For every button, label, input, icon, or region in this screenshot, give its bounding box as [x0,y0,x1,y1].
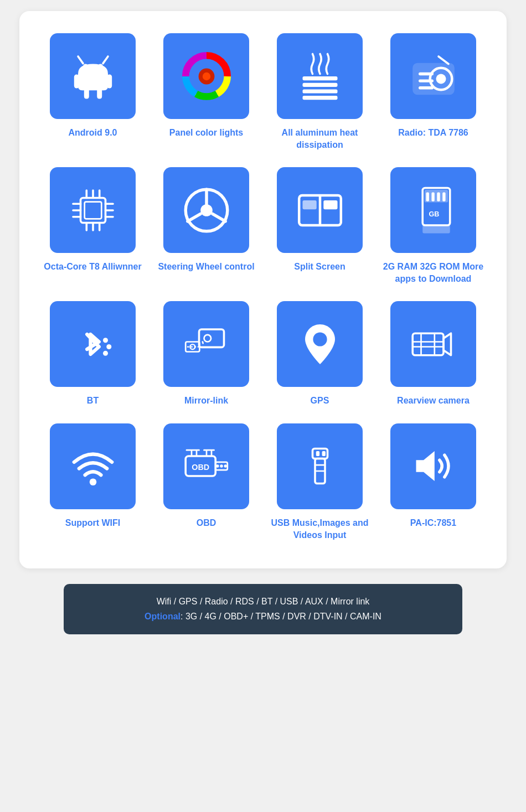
feature-label-mirror-link: Mirror-link [184,395,228,407]
icon-box-heat [277,33,363,119]
icon-box-bt [50,301,136,387]
svg-marker-65 [444,333,451,355]
feature-item-mirror-link: Mirror-link [155,301,257,407]
svg-rect-21 [84,201,101,219]
bottom-line2: Optional: 3G / 4G / OBD+ / TPMS / DVR / … [80,609,446,624]
svg-point-52 [106,344,111,349]
icon-box-rearview [390,301,476,387]
svg-point-35 [200,204,213,216]
feature-item-wifi: Support WIFI [42,423,144,541]
bottom-line1: Wifi / GPS / Radio / RDS / BT / USB / AU… [80,594,446,609]
svg-rect-48 [442,192,445,201]
feature-item-android: Android 9.0 [42,33,144,151]
main-card: Android 9.0 Panel color lights All alumi… [19,11,507,568]
svg-rect-10 [302,82,337,86]
icon-box-gps [277,301,363,387]
feature-item-split-screen: Split Screen [269,167,371,285]
svg-text:OBD: OBD [192,463,209,472]
svg-point-15 [436,74,446,84]
feature-label-bt: BT [87,395,99,407]
features-grid: Android 9.0 Panel color lights All alumi… [42,33,484,541]
feature-item-heat: All aluminum heat dissipation [269,33,371,151]
feature-label-obd: OBD [197,517,216,529]
svg-point-59 [313,332,327,346]
feature-label-steering: Steering Wheel control [158,261,254,273]
feature-label-rearview: Rearview camera [397,395,470,407]
feature-label-android: Android 9.0 [68,127,117,139]
icon-box-usb [277,423,363,509]
svg-point-53 [103,351,108,356]
optional-label: Optional [145,612,181,621]
feature-label-octa-core: Octa-Core T8 Alliwnner [44,261,141,273]
icon-box-pa-ic [390,423,476,509]
svg-rect-3 [107,74,112,88]
bottom-line2-text: : 3G / 4G / OBD+ / TPMS / DVR / DTV-IN /… [181,612,381,621]
feature-label-split-screen: Split Screen [294,261,345,273]
svg-point-70 [216,465,219,468]
svg-line-5 [103,56,108,64]
svg-rect-9 [302,76,337,80]
feature-item-gps: GPS [269,301,371,407]
icon-box-panel-color [163,33,249,119]
icon-box-android [50,33,136,119]
svg-rect-42 [323,200,337,209]
svg-rect-41 [302,200,316,209]
feature-label-heat: All aluminum heat dissipation [269,127,371,151]
svg-rect-12 [302,96,337,100]
feature-label-panel-color: Panel color lights [169,127,243,139]
svg-rect-16 [419,72,434,75]
icon-box-octa-core [50,167,136,253]
feature-item-pa-ic: PA-IC:7851 [382,423,484,541]
svg-rect-17 [419,79,434,82]
svg-rect-81 [322,451,325,456]
svg-rect-46 [431,192,434,201]
svg-line-38 [212,214,225,221]
svg-rect-60 [412,333,444,355]
svg-line-19 [439,56,448,64]
svg-rect-18 [419,86,434,89]
feature-item-obd: OBD OBD [155,423,257,541]
icon-box-mirror-link [163,301,249,387]
icon-box-obd: OBD [163,423,249,509]
svg-rect-47 [437,192,440,201]
feature-label-ram: 2G RAM 32G ROM More apps to Download [382,261,484,285]
icon-box-ram: GB [390,167,476,253]
feature-label-wifi: Support WIFI [65,517,121,529]
svg-rect-50 [422,224,450,233]
icon-box-split-screen [277,167,363,253]
svg-point-71 [220,465,223,468]
svg-point-55 [204,335,211,342]
feature-item-usb: USB Music,Images and Videos Input [269,423,371,541]
feature-label-usb: USB Music,Images and Videos Input [269,517,371,541]
icon-box-wifi [50,423,136,509]
svg-text:GB: GB [429,210,439,218]
svg-point-51 [103,338,108,343]
feature-label-radio: Radio: TDA 7786 [398,127,468,139]
svg-line-37 [187,214,200,221]
icon-box-radio [390,33,476,119]
feature-item-bt: BT [42,301,144,407]
svg-rect-11 [302,89,337,93]
feature-item-octa-core: Octa-Core T8 Alliwnner [42,167,144,285]
feature-label-pa-ic: PA-IC:7851 [410,517,456,529]
svg-rect-13 [414,64,453,94]
feature-item-radio: Radio: TDA 7786 [382,33,484,151]
svg-point-66 [89,479,96,486]
feature-label-gps: GPS [311,395,329,407]
feature-item-panel-color: Panel color lights [155,33,257,151]
svg-rect-2 [74,74,79,88]
svg-rect-80 [316,451,319,456]
feature-item-steering: Steering Wheel control [155,167,257,285]
svg-rect-45 [426,192,429,201]
svg-point-8 [202,72,210,80]
feature-item-rearview: Rearview camera [382,301,484,407]
icon-box-steering [163,167,249,253]
svg-line-4 [78,56,83,64]
bottom-bar: Wifi / GPS / Radio / RDS / BT / USB / AU… [64,584,462,634]
feature-item-ram: GB 2G RAM 32G ROM More apps to Download [382,167,484,285]
svg-point-72 [224,465,226,468]
